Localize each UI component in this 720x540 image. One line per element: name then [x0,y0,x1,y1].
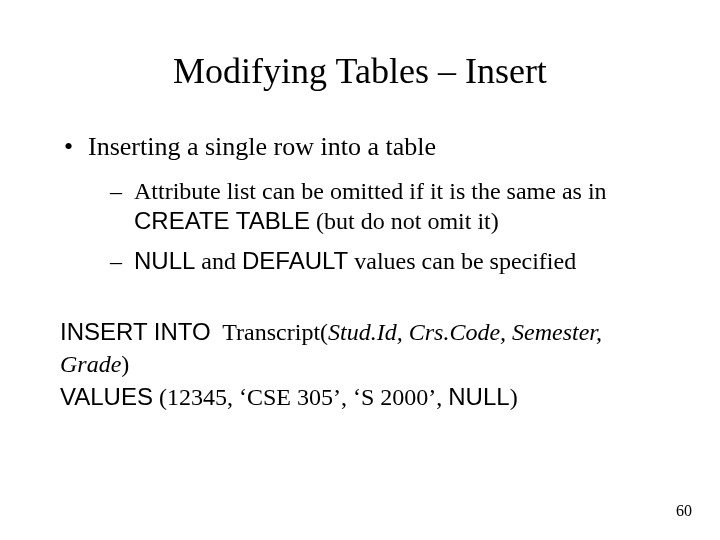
text-fragment: values can be specified [348,248,576,274]
keyword-default: DEFAULT [242,247,348,274]
slide-title: Modifying Tables – Insert [60,50,660,92]
text-fragment: (but do not omit it) [310,208,499,234]
text-fragment: Attribute list can be omitted if it is t… [134,178,607,204]
sql-values: (12345, ‘CSE 305’, ‘S 2000’, [153,384,448,410]
paren-close: ) [121,351,129,377]
keyword-null: NULL [448,383,509,410]
sql-line-1: INSERT INTO Transcript(Stud.Id, Crs.Code… [60,316,660,381]
page-number: 60 [676,502,692,520]
text-fragment: and [195,248,242,274]
sql-example: INSERT INTO Transcript(Stud.Id, Crs.Code… [60,316,660,413]
sql-table-name: Transcript [222,319,320,345]
bullet-level-2: NULL and DEFAULT values can be specified [60,246,660,276]
paren-close: ) [510,384,518,410]
paren-open: ( [320,319,328,345]
keyword-null: NULL [134,247,195,274]
sql-line-2: VALUES (12345, ‘CSE 305’, ‘S 2000’, NULL… [60,381,660,413]
keyword-values: VALUES [60,383,153,410]
keyword-insert-into: INSERT INTO [60,318,211,345]
slide: Modifying Tables – Insert Inserting a si… [0,0,720,540]
bullet-level-1: Inserting a single row into a table [60,132,660,162]
keyword-create-table: CREATE TABLE [134,207,310,234]
bullet-level-2: Attribute list can be omitted if it is t… [60,176,660,236]
